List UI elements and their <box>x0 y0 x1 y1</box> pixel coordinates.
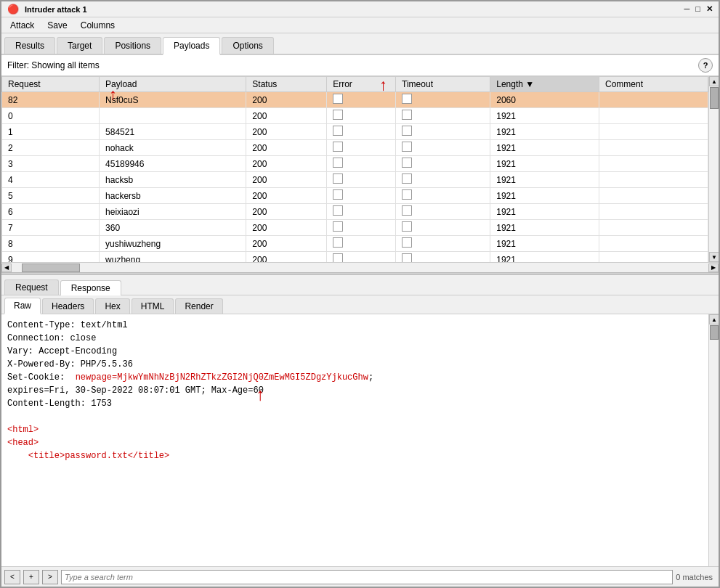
cell-request: 3 <box>2 156 100 172</box>
col-timeout[interactable]: Timeout <box>396 77 490 92</box>
cell-status: 200 <box>246 124 327 140</box>
table-row[interactable]: 8yushiwuzheng2001921 <box>2 236 708 252</box>
subtab-render[interactable]: Render <box>175 298 222 314</box>
menu-columns[interactable]: Columns <box>75 19 121 32</box>
table-row[interactable]: 6heixiaozi2001921 <box>2 204 708 220</box>
error-checkbox[interactable] <box>333 253 343 262</box>
menu-attack[interactable]: Attack <box>4 19 40 32</box>
error-checkbox[interactable] <box>333 126 343 136</box>
search-add-button[interactable]: + <box>23 570 39 584</box>
response-scroll-thumb[interactable] <box>710 325 719 340</box>
timeout-checkbox[interactable] <box>402 126 412 136</box>
table-row[interactable]: 5hackersb2001921 <box>2 188 708 204</box>
subtab-hex[interactable]: Hex <box>95 298 129 314</box>
cell-length: 1921 <box>490 236 599 252</box>
cell-length: 1921 <box>490 156 599 172</box>
window-title: Intruder attack 1 <box>25 5 87 14</box>
error-checkbox[interactable] <box>333 110 343 120</box>
table-hscrollbar[interactable]: ◀ ▶ <box>1 262 719 272</box>
cell-length: 1921 <box>490 188 599 204</box>
subtab-html[interactable]: HTML <box>132 298 174 314</box>
response-line-3: Vary: Accept-Encoding <box>7 345 703 358</box>
hscroll-right[interactable]: ▶ <box>708 264 719 272</box>
tab-positions[interactable]: Positions <box>104 37 161 54</box>
timeout-checkbox[interactable] <box>402 205 412 216</box>
table-row[interactable]: 3451899462001921 <box>2 156 708 172</box>
error-checkbox[interactable] <box>333 237 343 248</box>
close-button[interactable]: ✕ <box>706 4 713 14</box>
tab-target[interactable]: Target <box>57 37 102 54</box>
search-input[interactable] <box>61 570 673 584</box>
col-comment[interactable]: Comment <box>599 77 708 92</box>
subtab-raw[interactable]: Raw <box>4 298 41 314</box>
table-row[interactable]: 4hacksb2001921 <box>2 172 708 188</box>
bottom-tab-bar: Request Response <box>1 275 719 295</box>
cell-payload: nohack <box>100 140 246 156</box>
tab-request[interactable]: Request <box>4 279 59 295</box>
error-checkbox[interactable] <box>333 221 343 232</box>
table-row[interactable]: 9wuzheng2001921 <box>2 252 708 263</box>
scroll-down-arrow[interactable]: ▼ <box>709 252 719 262</box>
cell-payload: yushiwuzheng <box>100 236 246 252</box>
maximize-button[interactable]: □ <box>695 4 700 14</box>
response-line-4: X-Powered-By: PHP/5.5.36 <box>7 358 703 371</box>
tab-results[interactable]: Results <box>4 37 55 54</box>
cell-comment <box>599 172 708 188</box>
timeout-checkbox[interactable] <box>402 94 412 104</box>
subtab-bar: Raw Headers Hex HTML Render <box>1 295 719 314</box>
col-payload[interactable]: Payload <box>100 77 246 92</box>
cell-payload: Nsf0cuS <box>100 92 246 108</box>
cell-payload: 360 <box>100 220 246 236</box>
tab-options[interactable]: Options <box>222 37 273 54</box>
cell-comment <box>599 220 708 236</box>
col-request[interactable]: Request <box>2 77 100 92</box>
error-checkbox[interactable] <box>333 189 343 200</box>
cell-request: 2 <box>2 140 100 156</box>
cell-comment <box>599 92 708 108</box>
table-row[interactable]: 73602001921 <box>2 220 708 236</box>
table-row[interactable]: 02001921 <box>2 108 708 124</box>
search-matches: 0 matches <box>676 573 716 581</box>
cell-status: 200 <box>246 140 327 156</box>
response-scroll-up[interactable]: ▲ <box>709 314 719 324</box>
hscroll-thumb[interactable] <box>22 264 80 272</box>
cell-status: 200 <box>246 236 327 252</box>
search-prev-button[interactable]: < <box>4 570 20 584</box>
timeout-checkbox[interactable] <box>402 173 412 184</box>
search-next-button[interactable]: > <box>42 570 58 584</box>
window-controls[interactable]: ─ □ ✕ <box>684 4 713 14</box>
cell-request: 5 <box>2 188 100 204</box>
minimize-button[interactable]: ─ <box>684 4 690 14</box>
response-vscrollbar[interactable]: ▲ ▼ <box>708 314 719 587</box>
help-button[interactable]: ? <box>698 58 713 73</box>
table-row[interactable]: 15845212001921 <box>2 124 708 140</box>
timeout-checkbox[interactable] <box>402 253 412 262</box>
error-checkbox[interactable] <box>333 158 343 168</box>
scroll-up-arrow[interactable]: ▲ <box>709 76 719 86</box>
response-line-2: Connection: close <box>7 332 703 345</box>
menu-save[interactable]: Save <box>41 19 73 32</box>
error-checkbox[interactable] <box>333 142 343 152</box>
timeout-checkbox[interactable] <box>402 189 412 200</box>
timeout-checkbox[interactable] <box>402 142 412 152</box>
timeout-checkbox[interactable] <box>402 221 412 232</box>
error-checkbox[interactable] <box>333 205 343 216</box>
scroll-thumb[interactable] <box>710 87 719 109</box>
table-row[interactable]: 82Nsf0cuS2002060 <box>2 92 708 108</box>
col-error[interactable]: Error <box>327 77 396 92</box>
table-container[interactable]: Request Payload Status Error Timeout Len… <box>1 76 708 262</box>
tab-response[interactable]: Response <box>60 280 121 295</box>
tab-payloads[interactable]: Payloads <box>163 37 220 55</box>
error-checkbox[interactable] <box>333 173 343 184</box>
error-checkbox[interactable] <box>333 94 343 104</box>
cell-comment <box>599 156 708 172</box>
timeout-checkbox[interactable] <box>402 237 412 248</box>
col-status[interactable]: Status <box>246 77 327 92</box>
col-length[interactable]: Length ▼ <box>490 77 599 92</box>
timeout-checkbox[interactable] <box>402 110 412 120</box>
hscroll-left[interactable]: ◀ <box>1 264 12 272</box>
table-row[interactable]: 2nohack2001921 <box>2 140 708 156</box>
subtab-headers[interactable]: Headers <box>42 298 94 314</box>
table-vscrollbar[interactable]: ▲ ▼ <box>708 76 719 262</box>
timeout-checkbox[interactable] <box>402 158 412 168</box>
